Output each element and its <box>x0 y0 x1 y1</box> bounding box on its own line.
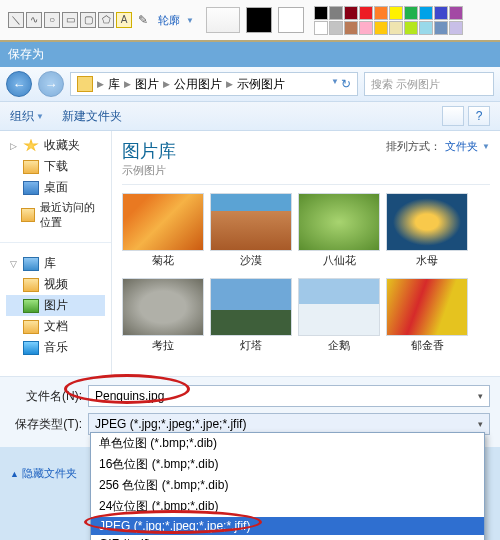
thumbnail-image <box>298 278 380 336</box>
palette-color[interactable] <box>314 21 328 35</box>
sort-control[interactable]: 排列方式： 文件夹 ▼ <box>386 139 490 154</box>
sidebar-item-label: 桌面 <box>44 179 68 196</box>
sidebar-item-favorites[interactable]: ▷收藏夹 <box>6 135 105 156</box>
sidebar-item-documents[interactable]: 文档 <box>6 316 105 337</box>
dropdown-option[interactable]: JPEG (*.jpg;*.jpeg;*.jpe;*.jfif) <box>91 517 484 535</box>
breadcrumb-dropdown-icon[interactable]: ▼ <box>331 77 339 91</box>
sidebar: ▷收藏夹 下载 桌面 最近访问的位置 ▽库 视频 图片 文档 音乐 <box>0 131 112 376</box>
chevron-down-icon[interactable]: ▾ <box>478 391 483 401</box>
filename-value: Penguins.jpg <box>95 389 164 403</box>
filename-label: 文件名(N): <box>10 388 82 405</box>
chevron-up-icon: ▲ <box>10 469 19 479</box>
library-subtitle: 示例图片 <box>122 163 176 178</box>
sidebar-item-label: 库 <box>44 255 56 272</box>
organize-button[interactable]: 组织 ▼ <box>10 108 44 125</box>
sidebar-item-downloads[interactable]: 下载 <box>6 156 105 177</box>
dropdown-option[interactable]: 16色位图 (*.bmp;*.dib) <box>91 454 484 475</box>
palette-color[interactable] <box>389 6 403 20</box>
color1-swatch[interactable] <box>246 7 272 33</box>
search-input[interactable]: 搜索 示例图片 <box>364 72 494 96</box>
palette-color[interactable] <box>449 6 463 20</box>
sidebar-item-video[interactable]: 视频 <box>6 274 105 295</box>
sidebar-item-library[interactable]: ▽库 <box>6 253 105 274</box>
thumbnail-item[interactable]: 企鹅 <box>298 278 380 353</box>
outline-dropdown-icon[interactable]: ▼ <box>186 16 194 25</box>
thumbnail-image <box>210 193 292 251</box>
thumbnail-item[interactable]: 郁金香 <box>386 278 468 353</box>
tool-line[interactable]: ＼ <box>8 12 24 28</box>
library-icon <box>23 257 39 271</box>
thumbnail-item[interactable]: 水母 <box>386 193 468 268</box>
tool-rect[interactable]: ▭ <box>62 12 78 28</box>
palette-color[interactable] <box>344 21 358 35</box>
palette-color[interactable] <box>374 21 388 35</box>
sidebar-item-music[interactable]: 音乐 <box>6 337 105 358</box>
breadcrumb[interactable]: ▶ 库 ▶ 图片 ▶ 公用图片 ▶ 示例图片 ▼ ↻ <box>70 72 358 96</box>
thumbnail-label: 八仙花 <box>298 253 380 268</box>
thumbnail-item[interactable]: 八仙花 <box>298 193 380 268</box>
palette-color[interactable] <box>359 6 373 20</box>
dropdown-option[interactable]: 256 色位图 (*.bmp;*.dib) <box>91 475 484 496</box>
breadcrumb-part[interactable]: 库 <box>108 76 120 93</box>
view-mode-button[interactable] <box>442 106 464 126</box>
sidebar-item-recent[interactable]: 最近访问的位置 <box>6 198 105 232</box>
sidebar-item-pictures[interactable]: 图片 <box>6 295 105 316</box>
dropdown-option[interactable]: 单色位图 (*.bmp;*.dib) <box>91 433 484 454</box>
palette-color[interactable] <box>329 21 343 35</box>
thumbnail-item[interactable]: 菊花 <box>122 193 204 268</box>
chevron-down-icon: ▼ <box>482 142 490 151</box>
hide-folders-link[interactable]: ▲ 隐藏文件夹 <box>10 466 77 481</box>
chevron-down-icon[interactable]: ▾ <box>478 419 483 429</box>
video-icon <box>23 278 39 292</box>
new-folder-button[interactable]: 新建文件夹 <box>62 108 122 125</box>
thumbnail-item[interactable]: 沙漠 <box>210 193 292 268</box>
palette-color[interactable] <box>419 6 433 20</box>
palette-color[interactable] <box>389 21 403 35</box>
refresh-icon[interactable]: ↻ <box>341 77 351 91</box>
tool-text[interactable]: A <box>116 12 132 28</box>
breadcrumb-part[interactable]: 示例图片 <box>237 76 285 93</box>
tool-poly[interactable]: ⬠ <box>98 12 114 28</box>
folder-icon <box>23 160 39 174</box>
palette-color[interactable] <box>404 6 418 20</box>
palette-color[interactable] <box>434 21 448 35</box>
palette-color[interactable] <box>449 21 463 35</box>
dropdown-option[interactable]: 24位位图 (*.bmp;*.dib) <box>91 496 484 517</box>
palette-color[interactable] <box>374 6 388 20</box>
organize-label: 组织 <box>10 108 34 125</box>
sidebar-item-desktop[interactable]: 桌面 <box>6 177 105 198</box>
thumbnail-image <box>386 278 468 336</box>
palette-color[interactable] <box>404 21 418 35</box>
outline-link[interactable]: 轮廓 <box>158 13 180 28</box>
sidebar-item-label: 图片 <box>44 297 68 314</box>
palette-color[interactable] <box>314 6 328 20</box>
tool-roundrect[interactable]: ▢ <box>80 12 96 28</box>
help-button[interactable]: ? <box>468 106 490 126</box>
palette-color[interactable] <box>359 21 373 35</box>
palette-color[interactable] <box>419 21 433 35</box>
palette-color[interactable] <box>344 6 358 20</box>
palette-color[interactable] <box>329 6 343 20</box>
chevron-right-icon: ▶ <box>97 79 104 89</box>
color2-swatch[interactable] <box>278 7 304 33</box>
filetype-value: JPEG (*.jpg;*.jpeg;*.jpe;*.jfif) <box>95 417 246 431</box>
tool-curve[interactable]: ∿ <box>26 12 42 28</box>
thumbnail-item[interactable]: 灯塔 <box>210 278 292 353</box>
nav-forward-button[interactable]: → <box>38 71 64 97</box>
sort-label-text: 排列方式： <box>386 139 441 154</box>
palette-color[interactable] <box>434 6 448 20</box>
color-palette <box>314 6 463 35</box>
line-width-preview[interactable] <box>206 7 240 33</box>
dropdown-option[interactable]: GIF (*.gif) <box>91 535 484 540</box>
filename-input[interactable]: Penguins.jpg ▾ <box>88 385 490 407</box>
nav-back-button[interactable]: ← <box>6 71 32 97</box>
library-title: 图片库 <box>122 139 176 163</box>
dialog-body: ▷收藏夹 下载 桌面 最近访问的位置 ▽库 视频 图片 文档 音乐 图片库 示例… <box>0 131 500 376</box>
sidebar-item-label: 视频 <box>44 276 68 293</box>
breadcrumb-part[interactable]: 图片 <box>135 76 159 93</box>
breadcrumb-part[interactable]: 公用图片 <box>174 76 222 93</box>
thumbnail-item[interactable]: 考拉 <box>122 278 204 353</box>
sidebar-item-label: 音乐 <box>44 339 68 356</box>
tool-oval[interactable]: ○ <box>44 12 60 28</box>
filetype-dropdown[interactable]: 单色位图 (*.bmp;*.dib)16色位图 (*.bmp;*.dib)256… <box>90 432 485 540</box>
